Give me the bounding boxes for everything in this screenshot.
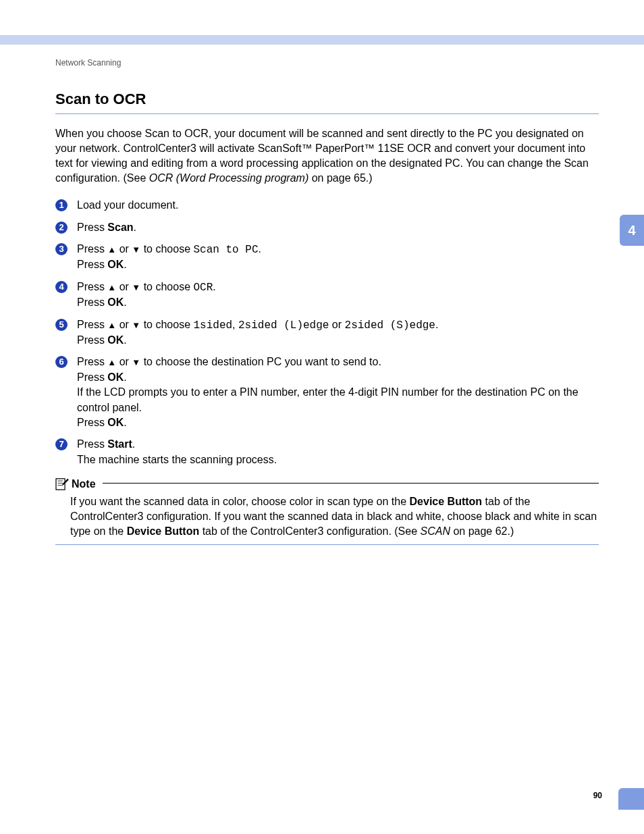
step-6: 6 Press ▲ or ▼ to choose the destination… <box>55 355 599 430</box>
text: . <box>132 438 135 450</box>
step-body: Press ▲ or ▼ to choose the destination P… <box>77 355 599 430</box>
intro-link: OCR (Word Processing program) <box>149 172 309 184</box>
up-arrow-icon: ▲ <box>107 357 116 369</box>
text: Press <box>77 221 107 233</box>
title-underline <box>55 113 599 114</box>
text: or <box>116 356 132 367</box>
text: . <box>124 417 126 428</box>
button-label: OK <box>107 296 124 308</box>
note-header: Note <box>55 478 599 490</box>
tab-label: Device Button <box>127 525 200 537</box>
page: 4 Network Scanning Scan to OCR When you … <box>0 0 644 834</box>
text: , <box>232 319 238 330</box>
text: . <box>124 296 126 308</box>
step-number-icon: 7 <box>55 438 68 450</box>
step-number-icon: 2 <box>55 221 68 234</box>
text: or <box>329 319 344 330</box>
button-label: Start <box>107 438 132 450</box>
text: If the LCD prompts you to enter a PIN nu… <box>77 386 579 413</box>
lcd-text: Scan to PC <box>194 244 259 256</box>
header-bar <box>0 35 644 45</box>
tab-label: Device Button <box>410 496 483 507</box>
step-number-icon: 1 <box>55 199 68 211</box>
step-2: 2 Press Scan. <box>55 220 599 235</box>
text: Press <box>77 438 107 450</box>
note-icon <box>55 478 69 490</box>
up-arrow-icon: ▲ <box>107 244 116 256</box>
corner-tab <box>618 788 644 810</box>
text: Press <box>77 371 107 383</box>
down-arrow-icon: ▼ <box>132 319 140 332</box>
text: to choose <box>140 281 193 292</box>
down-arrow-icon: ▼ <box>132 244 140 256</box>
text: Press <box>77 334 107 346</box>
step-7: 7 Press Start. The machine starts the sc… <box>55 437 599 467</box>
step-body: Press ▲ or ▼ to choose OCR. Press OK. <box>77 280 599 311</box>
step-number-icon: 5 <box>55 319 68 331</box>
note-block: Note If you want the scanned data in col… <box>55 478 599 545</box>
step-5: 5 Press ▲ or ▼ to choose 1sided, 2sided … <box>55 317 599 348</box>
text: or <box>116 243 132 255</box>
step-number-icon: 6 <box>55 356 68 368</box>
step-1: 1 Load your document. <box>55 198 599 213</box>
lcd-text: 2sided (S)edge <box>345 319 435 332</box>
text: on page 62.) <box>450 525 514 537</box>
text: or <box>116 281 132 292</box>
up-arrow-icon: ▲ <box>107 319 116 332</box>
text: . <box>259 243 261 255</box>
step-number-icon: 3 <box>55 243 68 255</box>
text: Press <box>77 259 107 270</box>
text: If you want the scanned data in color, c… <box>70 496 410 507</box>
text: or <box>116 319 132 330</box>
text: to choose <box>140 319 193 330</box>
text: to choose <box>140 243 193 255</box>
button-label: Scan <box>107 221 133 233</box>
steps-list: 1 Load your document. 2 Press Scan. 3 Pr… <box>55 198 599 467</box>
text: . <box>124 259 126 270</box>
note-body: If you want the scanned data in color, c… <box>55 494 599 539</box>
step-body: Load your document. <box>77 198 599 213</box>
lcd-text: 1sided <box>194 319 233 332</box>
step-3: 3 Press ▲ or ▼ to choose Scan to PC. Pre… <box>55 242 599 273</box>
down-arrow-icon: ▼ <box>132 282 140 294</box>
text: to choose the destination PC you want to… <box>140 356 381 367</box>
content-area: Network Scanning Scan to OCR When you ch… <box>55 58 599 545</box>
text: . <box>134 221 136 233</box>
breadcrumb: Network Scanning <box>55 58 599 68</box>
button-label: OK <box>107 371 124 383</box>
note-rule <box>103 483 599 484</box>
text: Press <box>77 417 107 428</box>
text: . <box>213 281 215 292</box>
link-text: SCAN <box>421 525 450 537</box>
intro-text-tail: on page 65.) <box>308 172 372 184</box>
step-4: 4 Press ▲ or ▼ to choose OCR. Press OK. <box>55 280 599 311</box>
text: The machine starts the scanning process. <box>77 454 277 465</box>
note-label: Note <box>72 478 96 490</box>
intro-paragraph: When you choose Scan to OCR, your docume… <box>55 126 599 186</box>
text: . <box>124 371 126 383</box>
step-body: Press ▲ or ▼ to choose Scan to PC. Press… <box>77 242 599 273</box>
text: tab of the ControlCenter3 configuration.… <box>199 525 420 537</box>
down-arrow-icon: ▼ <box>132 357 140 369</box>
page-number: 90 <box>593 791 602 800</box>
lcd-text: 2sided (L)edge <box>238 319 329 332</box>
step-body: Press Scan. <box>77 220 599 235</box>
text: Press <box>77 243 107 255</box>
text: Press <box>77 356 107 367</box>
text: Press <box>77 281 107 292</box>
step-number-icon: 4 <box>55 281 68 293</box>
button-label: OK <box>107 334 124 346</box>
note-close-rule <box>55 544 599 545</box>
text: Press <box>77 319 107 330</box>
step-body: Press Start. The machine starts the scan… <box>77 437 599 467</box>
step-body: Press ▲ or ▼ to choose 1sided, 2sided (L… <box>77 317 599 348</box>
chapter-tab: 4 <box>620 215 644 246</box>
text: Press <box>77 296 107 308</box>
up-arrow-icon: ▲ <box>107 282 116 294</box>
page-title: Scan to OCR <box>55 90 599 108</box>
lcd-text: OCR <box>194 282 213 294</box>
button-label: OK <box>107 417 124 428</box>
text: . <box>124 334 126 346</box>
text: . <box>435 319 438 330</box>
button-label: OK <box>107 259 124 270</box>
